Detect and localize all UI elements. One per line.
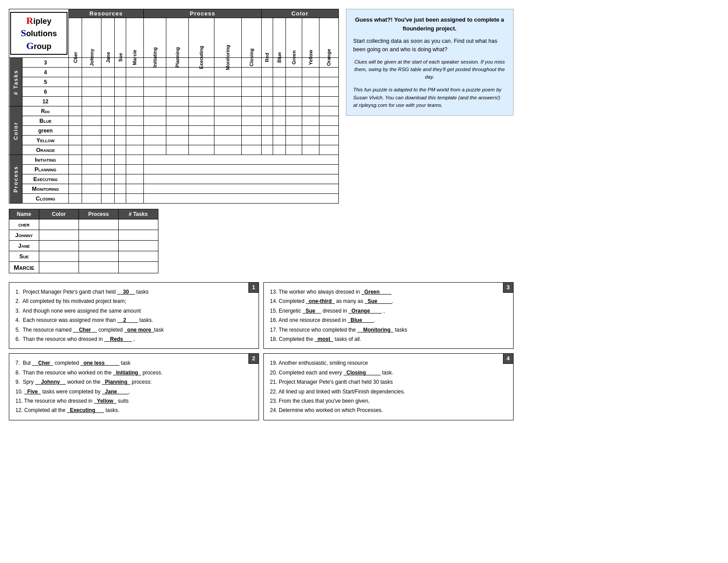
clue-line: 24. Determine who worked on which Proces… [270, 406, 507, 415]
cell [319, 145, 339, 155]
cell [241, 97, 261, 106]
summary-name-marcie: Marcie [9, 262, 39, 273]
cell [69, 145, 82, 155]
cell [69, 68, 82, 77]
col-johnny: Johnny [82, 18, 101, 58]
cell [319, 97, 339, 106]
summary-row-sue: Sue [9, 251, 158, 262]
main-grid: Ripley Solutions Group Resources Process [9, 9, 339, 204]
cell [82, 184, 101, 194]
row-label-orange: Orange [22, 145, 68, 155]
cell [82, 174, 101, 184]
cell [273, 126, 286, 136]
cell [189, 116, 214, 126]
summary-color-johnny [39, 230, 79, 241]
cell [262, 136, 273, 145]
cell [241, 116, 261, 126]
cell [126, 145, 144, 155]
cell [82, 77, 101, 87]
cell [214, 145, 241, 155]
cell [286, 145, 302, 155]
cell [286, 87, 302, 97]
cell [241, 136, 261, 145]
table-row: Blue [9, 116, 339, 126]
table-row: Orange [9, 145, 339, 155]
clue-line: 6. Than the resource who dressed in __Re… [15, 335, 252, 344]
cell [101, 87, 115, 97]
clue-box-1: 1 1. Project Manager Pete's gantt chart … [9, 282, 259, 349]
clue-number-1: 1 [248, 282, 259, 293]
col-red: Red [262, 18, 273, 58]
cell [115, 126, 126, 136]
cell [144, 136, 166, 145]
cell [214, 126, 241, 136]
cell [189, 106, 214, 116]
cell [189, 97, 214, 106]
col-green: Green [286, 18, 302, 58]
col-jane: Jane [101, 18, 115, 58]
cell [166, 87, 188, 97]
cell [115, 174, 126, 184]
logo-line2: olutions [26, 29, 57, 38]
clue-line: 9. Spry __Johnny__ worked on the _Planni… [15, 378, 252, 386]
cell [319, 126, 339, 136]
clue-box-4: 4 19. Another enthusiastic, smiling reso… [263, 353, 514, 420]
cell [126, 136, 144, 145]
cell [241, 126, 261, 136]
cell [144, 77, 166, 87]
summary-tasks-sue [118, 251, 158, 262]
cell [273, 77, 286, 87]
cell [144, 87, 166, 97]
row-label-5: 5 [22, 77, 68, 87]
cell [302, 136, 319, 145]
cell [262, 77, 273, 87]
cell [115, 165, 126, 174]
cell [262, 97, 273, 106]
cell [126, 165, 144, 174]
cell [319, 116, 339, 126]
cell [69, 97, 82, 106]
cell [126, 77, 144, 87]
col-monitoring: Monitoring [214, 18, 241, 58]
cell [126, 155, 144, 165]
cell [69, 155, 82, 165]
cell [166, 106, 188, 116]
cell [214, 116, 241, 126]
summary-color-sue [39, 251, 79, 262]
row-label-yellow: Yellow [22, 136, 68, 145]
col-yellow: Yellow [302, 18, 319, 58]
summary-tasks-jane [118, 241, 158, 251]
cell [189, 77, 214, 87]
row-label-planning: Planning [22, 165, 68, 174]
cell [166, 116, 188, 126]
table-row: 6 [9, 87, 339, 97]
cell [101, 77, 115, 87]
col-planning: Planning [166, 18, 188, 58]
cell [101, 68, 115, 77]
summary-color-jane [39, 241, 79, 251]
clue-line: 3. And though none were assigned the sam… [15, 306, 252, 315]
cell [115, 87, 126, 97]
cell [69, 136, 82, 145]
cell [126, 126, 144, 136]
cell [82, 87, 101, 97]
row-label-monitoring: Monitoring [22, 184, 68, 194]
clue-line: 19. Another enthusiastic, smiling resour… [270, 359, 507, 367]
header-color: Color [262, 9, 338, 18]
cell [101, 145, 115, 155]
clue-number-3: 3 [503, 282, 514, 293]
cell [286, 68, 302, 77]
cell [115, 68, 126, 77]
clue-line: 16. And one resource dressed in _Blue___… [270, 316, 507, 325]
cell [166, 68, 188, 77]
col-cher: Cher [69, 18, 82, 58]
summary-color-marcie [39, 262, 79, 273]
info-italic: Clues will be given at the start of each… [353, 58, 506, 81]
summary-process-cher [79, 219, 118, 230]
info-title: Guess what?! You've just been assigned t… [353, 15, 506, 33]
cell [115, 106, 126, 116]
row-label-executing: Executing [22, 174, 68, 184]
clue-line: 4. Each resource was assigned more than … [15, 316, 252, 325]
summary-process-jane [79, 241, 118, 251]
side-label-tasks: # Tasks [9, 58, 23, 106]
